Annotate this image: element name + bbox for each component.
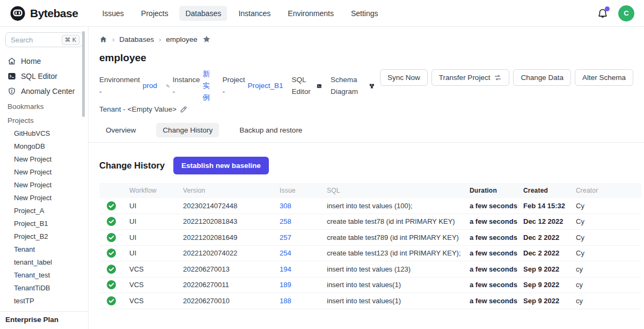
nav-item-issues[interactable]: Issues bbox=[96, 6, 129, 21]
issue-link[interactable]: 258 bbox=[280, 217, 291, 225]
creator-cell: cy bbox=[576, 281, 641, 289]
sidebar-footer: Enterprise Plan bbox=[0, 311, 89, 329]
establish-baseline-button[interactable]: Establish new baseline bbox=[173, 157, 269, 174]
plan-label: Enterprise Plan bbox=[0, 312, 89, 329]
shield-icon bbox=[8, 87, 16, 96]
table-row[interactable]: UI20221202081649257create table test789 … bbox=[99, 230, 641, 246]
created-cell: Feb 14 15:32 bbox=[523, 202, 576, 210]
check-circle-icon bbox=[106, 264, 125, 274]
search-input[interactable] bbox=[11, 36, 49, 44]
nav-item-environments[interactable]: Environments bbox=[282, 6, 340, 21]
sidebar-project-tenant-test[interactable]: Tenant_test bbox=[0, 268, 88, 281]
instance-link[interactable]: 新实例 bbox=[203, 68, 214, 104]
column-header-creator: Creator bbox=[576, 187, 641, 194]
workflow-cell: VCS bbox=[129, 281, 183, 289]
sidebar-project-mongodb[interactable]: MongoDB bbox=[0, 140, 88, 152]
issue-link[interactable]: 188 bbox=[280, 297, 291, 305]
notifications-button[interactable] bbox=[597, 8, 609, 19]
nav-item-settings[interactable]: Settings bbox=[345, 6, 384, 21]
tab-overview[interactable]: Overview bbox=[99, 123, 142, 137]
bookmark-star-icon[interactable] bbox=[202, 35, 211, 43]
issue-link[interactable]: 308 bbox=[280, 202, 291, 210]
alter-schema-button[interactable]: Alter Schema bbox=[575, 69, 633, 86]
status-cell bbox=[99, 232, 129, 243]
sql-editor-link[interactable]: SQL Editor bbox=[291, 74, 322, 98]
tab-change-history[interactable]: Change History bbox=[156, 123, 219, 137]
sidebar-project-new-project[interactable]: New Project bbox=[0, 191, 88, 204]
terminal-icon bbox=[8, 72, 16, 81]
nav-item-instances[interactable]: Instances bbox=[232, 6, 276, 21]
duration-cell: a few seconds bbox=[470, 297, 523, 305]
page-header-row: Environment - prod Instance - 新实例 Projec… bbox=[99, 68, 633, 115]
breadcrumb: › Databases › employee bbox=[99, 27, 633, 49]
duration-cell: a few seconds bbox=[470, 281, 523, 289]
table-row[interactable]: VCS202206270011189insert into test value… bbox=[99, 277, 641, 294]
meta-line-2: Tenant - <Empty Value> bbox=[99, 104, 380, 115]
home-icon bbox=[8, 57, 16, 65]
avatar[interactable]: C bbox=[618, 5, 634, 21]
status-cell bbox=[99, 248, 129, 258]
sidebar-item-anomaly-center[interactable]: Anomaly Center bbox=[0, 84, 88, 99]
sidebar-project-new-project[interactable]: New Project bbox=[0, 178, 88, 191]
sidebar-project-tenanttidb[interactable]: TenantTiDB bbox=[0, 281, 88, 294]
workflow-cell: UI bbox=[129, 202, 183, 210]
sync-now-button[interactable]: Sync Now bbox=[380, 69, 428, 86]
sql-cell: create table test789 (id int PRIMARY KEY… bbox=[327, 233, 470, 242]
section-header: Change History Establish new baseline bbox=[99, 157, 633, 174]
notification-dot bbox=[605, 6, 610, 11]
check-circle-icon bbox=[106, 248, 125, 258]
schema-diagram-link[interactable]: Schema Diagram bbox=[331, 74, 375, 98]
nav-item-databases[interactable]: Databases bbox=[179, 6, 227, 21]
sidebar-project-githubvcs[interactable]: GitHubVCS bbox=[0, 127, 88, 140]
sidebar-project-tenant-label[interactable]: tenant_label bbox=[0, 255, 88, 268]
sidebar-project-project-a[interactable]: Project_A bbox=[0, 204, 88, 217]
created-cell: Sep 9 2022 bbox=[523, 297, 576, 305]
project-link[interactable]: Project_B1 bbox=[247, 80, 283, 92]
environment-link[interactable]: prod bbox=[143, 80, 157, 92]
pencil-icon[interactable] bbox=[180, 106, 187, 113]
table-row[interactable]: UI20221202074022254create table test123 … bbox=[99, 246, 641, 262]
sql-cell: create table test123 (id int PRIMARY KEY… bbox=[327, 249, 470, 257]
change-data-button[interactable]: Change Data bbox=[513, 69, 571, 86]
created-cell: Sep 9 2022 bbox=[523, 265, 576, 273]
creator-cell: cy bbox=[576, 265, 641, 273]
schema-diagram-icon bbox=[369, 82, 375, 90]
issue-link[interactable]: 254 bbox=[280, 249, 291, 257]
brand-logo[interactable]: Bytebase bbox=[10, 5, 78, 21]
duration-cell: a few seconds bbox=[470, 265, 523, 273]
version-cell: 20230214072448 bbox=[183, 202, 280, 210]
issue-link[interactable]: 257 bbox=[280, 233, 291, 242]
home-breadcrumb-icon[interactable] bbox=[99, 35, 107, 43]
sidebar-project-project-b2[interactable]: Project_B2 bbox=[0, 230, 88, 243]
table-row[interactable]: UI20221202081843258create table test78 (… bbox=[99, 214, 641, 230]
sidebar-project-tenant[interactable]: Tenant bbox=[0, 243, 88, 255]
breadcrumb-employee[interactable]: employee bbox=[166, 35, 197, 43]
issue-cell: 258 bbox=[280, 217, 327, 225]
sidebar-scrollbar[interactable] bbox=[82, 31, 85, 117]
search-box[interactable]: ⌘ K bbox=[5, 32, 83, 47]
table-row[interactable]: VCS202206270010188insert into test value… bbox=[99, 293, 641, 309]
sidebar-project-new-project[interactable]: New Project bbox=[0, 165, 88, 178]
breadcrumb-separator: › bbox=[112, 35, 114, 43]
table-row[interactable]: UI20230214072448308insert into test valu… bbox=[99, 198, 641, 214]
status-cell bbox=[99, 201, 129, 211]
sidebar-item-sql-editor[interactable]: SQL Editor bbox=[0, 69, 88, 84]
table-row[interactable]: VCS202206270013194insert into test value… bbox=[99, 261, 641, 277]
tab-backup-and-restore[interactable]: Backup and restore bbox=[233, 123, 309, 137]
issue-link[interactable]: 189 bbox=[280, 281, 291, 289]
transfer-project-button[interactable]: Transfer Project bbox=[431, 69, 510, 86]
created-cell: Sep 9 2022 bbox=[523, 281, 576, 289]
breadcrumb-separator: › bbox=[159, 35, 161, 43]
sidebar-project-testtp[interactable]: testTP bbox=[0, 294, 88, 307]
environment-meta: Environment - prod bbox=[99, 74, 157, 98]
nav-item-projects[interactable]: Projects bbox=[135, 6, 174, 21]
sidebar-item-home[interactable]: Home bbox=[0, 54, 88, 69]
sidebar-project-project-b1[interactable]: Project_B1 bbox=[0, 217, 88, 230]
issue-link[interactable]: 194 bbox=[280, 265, 291, 273]
column-header-issue: Issue bbox=[280, 187, 327, 194]
sidebar: ⌘ K HomeSQL EditorAnomaly Center Bookmar… bbox=[0, 27, 89, 329]
sidebar-project-new-project[interactable]: New Project bbox=[0, 152, 88, 165]
check-circle-icon bbox=[106, 280, 125, 290]
status-cell bbox=[99, 296, 129, 306]
breadcrumb-databases[interactable]: Databases bbox=[119, 35, 154, 43]
